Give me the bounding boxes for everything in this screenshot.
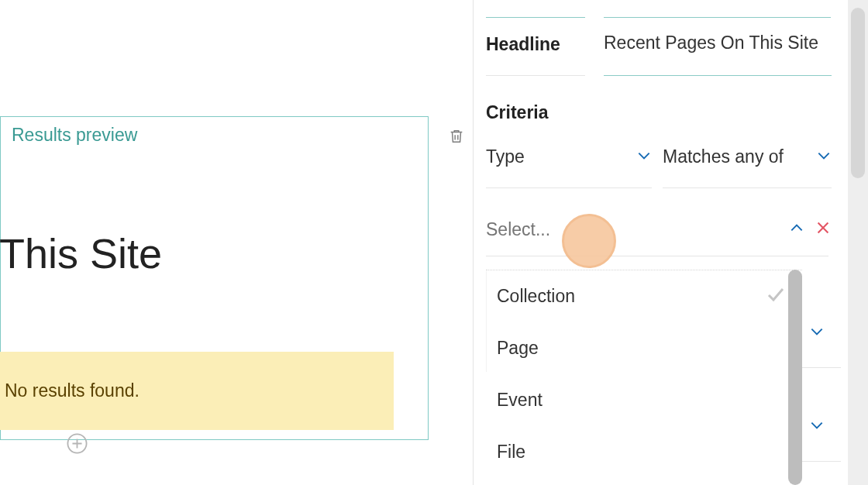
window-vertical-scrollbar[interactable] (848, 0, 868, 485)
no-results-banner: No results found. (0, 352, 394, 430)
criteria-operator-label: Matches any of (663, 146, 784, 167)
dropdown-item-event[interactable]: Event (486, 374, 802, 426)
divider (802, 367, 841, 368)
results-preview-title: Results preview (12, 125, 137, 146)
chevron-down-icon (816, 150, 832, 165)
cursor-highlight (562, 214, 616, 268)
criteria-operator-select[interactable]: Matches any of (663, 146, 832, 188)
chevron-up-icon[interactable] (789, 222, 804, 237)
divider (486, 271, 487, 372)
dropdown-item-page[interactable]: Page (486, 322, 802, 374)
headline-label: Headline (486, 36, 560, 53)
preview-heading: This Site (0, 229, 428, 301)
headline-value-cell[interactable] (604, 15, 832, 76)
dropdown-scrollbar[interactable] (788, 270, 802, 485)
criteria-value-select[interactable] (486, 219, 828, 256)
criteria-field-select[interactable]: Type (486, 146, 652, 188)
no-results-text: No results found. (5, 380, 140, 401)
criteria-field-label: Type (486, 146, 525, 167)
headline-input[interactable] (604, 33, 832, 53)
dropdown-item-label: File (497, 442, 525, 463)
dropdown-item-collection[interactable]: Collection (486, 270, 802, 322)
dropdown-item-label: Collection (497, 286, 575, 307)
divider (802, 461, 841, 462)
close-icon[interactable] (815, 219, 832, 239)
chevron-down-icon (636, 150, 652, 165)
dropdown-item-label: Event (497, 390, 542, 411)
chevron-down-icon[interactable] (809, 419, 825, 435)
dropdown-item-label: Page (497, 338, 539, 359)
check-icon (766, 286, 785, 307)
chevron-down-icon[interactable] (809, 325, 825, 341)
add-circle-icon[interactable] (66, 432, 88, 458)
criteria-value-dropdown: Collection Page Event File (486, 270, 802, 478)
scrollbar-thumb[interactable] (851, 8, 865, 178)
trash-icon[interactable] (448, 128, 465, 148)
dropdown-item-file[interactable]: File (486, 426, 802, 478)
criteria-heading: Criteria (474, 87, 841, 146)
headline-label-cell: Headline (486, 36, 585, 76)
